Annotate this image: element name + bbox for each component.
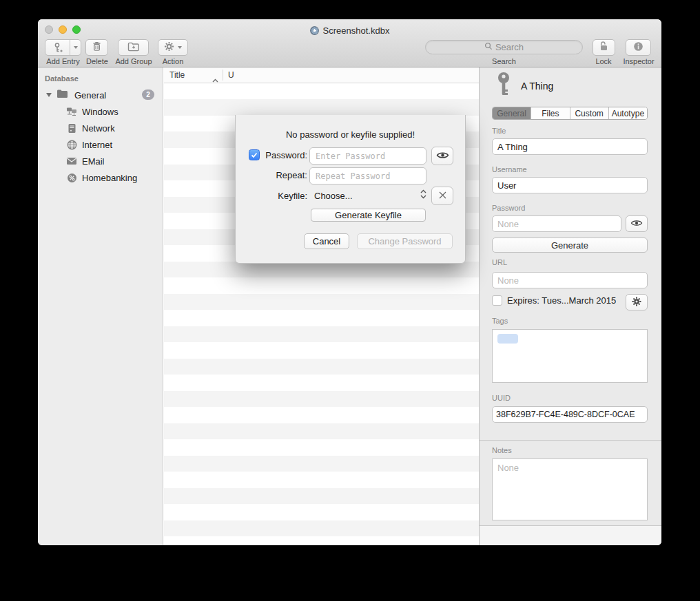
change-password-label: Change Password <box>368 236 441 246</box>
table-header: Title U <box>164 67 479 83</box>
action-button[interactable] <box>158 39 188 56</box>
sidebar-item-label: Windows <box>82 107 119 117</box>
inspector-footer <box>480 526 661 545</box>
sidebar-section-header: Database <box>45 74 79 83</box>
lock-label: Lock <box>583 57 624 65</box>
add-entry-button[interactable] <box>45 39 81 56</box>
clear-keyfile-button[interactable] <box>431 187 453 205</box>
folder-icon <box>56 89 68 101</box>
search-icon <box>484 42 493 52</box>
dialog-message: No password or keyfile supplied! <box>236 129 465 140</box>
column-header-title[interactable]: Title <box>169 70 185 80</box>
add-group-button[interactable] <box>118 39 149 56</box>
password-field-label: Password <box>492 204 525 212</box>
tags-label: Tags <box>492 317 508 325</box>
action-label: Action <box>158 57 188 65</box>
document-icon <box>310 26 319 35</box>
sidebar-item-label: Internet <box>82 140 112 150</box>
keyfile-dropdown[interactable]: Choose... <box>309 187 426 204</box>
expires-checkbox[interactable] <box>492 295 502 306</box>
key-plus-icon <box>45 42 70 54</box>
change-password-button[interactable]: Change Password <box>357 233 453 249</box>
entry-title: A Thing <box>521 81 553 92</box>
password-field[interactable] <box>492 215 621 232</box>
tab-autotype[interactable]: Autotype <box>609 107 647 119</box>
workgroup-icon <box>66 106 77 117</box>
trash-icon <box>92 41 102 54</box>
dialog-repeat-input[interactable] <box>309 167 426 184</box>
generate-keyfile-label: Generate Keyfile <box>335 210 402 220</box>
tags-box[interactable] <box>492 329 648 383</box>
uuid-label: UUID <box>492 394 511 402</box>
lock-button[interactable] <box>593 39 615 56</box>
sidebar-item-label: Homebanking <box>82 173 137 183</box>
disclosure-triangle-icon[interactable] <box>46 93 52 97</box>
cancel-button[interactable]: Cancel <box>304 233 349 249</box>
url-field-label: URL <box>492 258 507 266</box>
notes-label: Notes <box>492 446 512 454</box>
generate-keyfile-button[interactable]: Generate Keyfile <box>311 209 426 222</box>
sidebar-item-email[interactable]: EMail <box>38 153 163 169</box>
generate-password-button[interactable]: Generate <box>492 238 648 253</box>
add-entry-dropdown[interactable] <box>70 40 81 55</box>
username-field[interactable] <box>492 177 648 193</box>
generate-button-label: Generate <box>551 240 588 251</box>
dialog-password-input[interactable] <box>309 147 426 165</box>
gear-icon <box>164 41 174 54</box>
dialog-reveal-button[interactable] <box>431 147 453 165</box>
tag-token[interactable] <box>497 334 518 344</box>
percent-icon <box>66 172 77 183</box>
search-label: Search <box>425 57 583 65</box>
sidebar-item-network[interactable]: Network <box>38 120 163 136</box>
tab-custom[interactable]: Custom <box>570 107 609 119</box>
notes-field[interactable]: None <box>492 458 648 520</box>
sidebar-group-general[interactable]: General 2 <box>38 87 163 103</box>
entry-header: A Thing <box>496 72 553 101</box>
content-area: Database General 2 Windows Network <box>38 67 661 545</box>
globe-icon <box>66 139 77 150</box>
sidebar-item-label: EMail <box>82 156 105 167</box>
expires-row: Expires: Tues...March 2015 <box>492 295 616 306</box>
divider <box>480 440 661 441</box>
search-input[interactable]: Search <box>425 40 583 54</box>
password-dialog: No password or keyfile supplied! Passwor… <box>235 115 466 264</box>
stepper-icon <box>420 189 426 199</box>
folder-plus-icon <box>127 41 140 54</box>
tab-files[interactable]: Files <box>531 107 570 119</box>
inspector-label: Inspector <box>619 57 659 65</box>
delete-button[interactable] <box>85 39 108 56</box>
entry-count-badge: 2 <box>142 89 154 100</box>
title-field[interactable] <box>492 138 648 155</box>
expires-settings-button[interactable] <box>626 294 648 310</box>
titlebar-toolbar: Screenshot.kdbx Add Entry Delete Add Gro… <box>38 19 661 67</box>
tab-general[interactable]: General <box>493 107 531 119</box>
sidebar-item-windows[interactable]: Windows <box>38 103 163 120</box>
eye-icon <box>630 219 643 229</box>
dialog-repeat-label: Repeat: <box>236 170 307 180</box>
inspector-panel: A Thing General Files Custom Autotype Ti… <box>479 67 661 545</box>
sidebar: Database General 2 Windows Network <box>38 67 163 545</box>
dialog-password-label: Password: <box>236 150 307 160</box>
server-icon <box>66 123 77 134</box>
key-icon <box>496 72 511 101</box>
column-divider[interactable] <box>223 70 223 81</box>
url-field[interactable] <box>492 272 648 288</box>
chevron-down-icon <box>178 46 182 49</box>
info-icon <box>633 41 644 54</box>
uuid-field[interactable] <box>492 406 648 423</box>
envelope-icon <box>66 156 77 167</box>
column-header-username[interactable]: U <box>228 70 234 80</box>
close-x-icon <box>438 190 447 202</box>
eye-icon <box>436 150 449 162</box>
reveal-password-button[interactable] <box>626 215 648 232</box>
sidebar-item-homebanking[interactable]: Homebanking <box>38 169 163 186</box>
keyfile-value: Choose... <box>314 191 353 201</box>
app-window: Screenshot.kdbx Add Entry Delete Add Gro… <box>38 19 661 545</box>
add-group-label: Add Group <box>111 57 156 65</box>
dialog-keyfile-label: Keyfile: <box>236 191 307 201</box>
inspector-button[interactable] <box>626 39 651 56</box>
sidebar-item-internet[interactable]: Internet <box>38 136 163 153</box>
sidebar-item-label: Network <box>82 123 115 134</box>
window-title: Screenshot.kdbx <box>38 25 661 36</box>
sidebar-group-label: General <box>74 90 106 101</box>
